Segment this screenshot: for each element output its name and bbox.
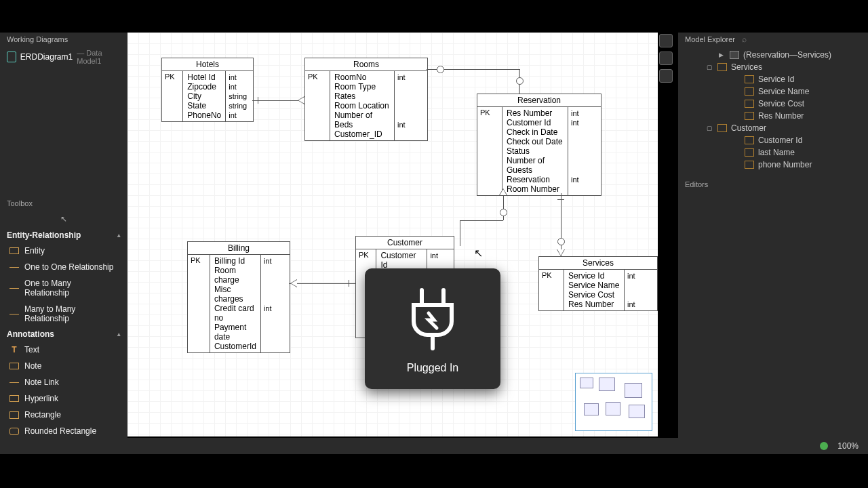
mouse-cursor: ↖ xyxy=(474,247,483,260)
grid-icon[interactable] xyxy=(659,69,673,83)
node-icon xyxy=(745,148,754,157)
node-label: Service Cost xyxy=(758,99,804,108)
entity-types: intintstringstringint xyxy=(226,71,253,121)
diagram-file-item[interactable]: ERDDiagram1 — Data Model1 xyxy=(0,46,127,68)
pointer-tool[interactable]: ↖ xyxy=(0,210,127,228)
node-label: Customer xyxy=(731,123,766,133)
tree-node[interactable]: ▶ (Reservation—Services) xyxy=(678,49,868,61)
status-ok-icon xyxy=(820,442,828,450)
crowsfoot-icon xyxy=(290,279,297,287)
node-label: Res Number xyxy=(758,111,804,121)
node-label: Service Name xyxy=(758,87,809,96)
optional-icon xyxy=(437,66,444,73)
tool-note-link[interactable]: Note Link xyxy=(0,374,127,390)
anno-section-header[interactable]: Annotations▴ xyxy=(0,327,127,342)
tool-note[interactable]: Note xyxy=(0,358,127,374)
working-diagrams-header: Working Diagrams xyxy=(0,33,127,46)
file-model: — Data Model1 xyxy=(77,49,121,65)
minimap[interactable] xyxy=(575,373,652,431)
diagram-canvas[interactable]: Hotels PK Hotel IdZipcodeCityStatePhoneN… xyxy=(127,33,658,436)
right-panel: Model Explorer ⌕ ▶ (Reservation—Services… xyxy=(678,33,868,438)
tree-node[interactable]: phone Number xyxy=(678,159,868,171)
entity-services[interactable]: Services PK Service IdService NameServic… xyxy=(538,256,658,311)
tree-node[interactable]: last Name xyxy=(678,146,868,159)
node-icon xyxy=(745,136,754,144)
node-icon xyxy=(717,63,727,71)
node-icon xyxy=(745,100,754,108)
entity-rooms[interactable]: Rooms PK RoomNoRoom TypeRatesRoom Locati… xyxy=(304,58,428,141)
erd-icon xyxy=(7,52,16,62)
model-explorer-header: Model Explorer xyxy=(685,35,735,43)
node-label: (Reservation—Services) xyxy=(743,50,831,60)
rel-reservation-services xyxy=(561,193,561,256)
node-icon xyxy=(745,87,754,96)
node-icon xyxy=(730,51,739,59)
node-label: Service Id xyxy=(758,75,794,84)
search-icon[interactable]: ⌕ xyxy=(742,35,747,44)
plug-icon xyxy=(401,286,464,351)
tool-one-to-many[interactable]: One to Many Relationship xyxy=(0,275,127,301)
tree-node[interactable]: Service Name xyxy=(678,85,868,98)
tree-node[interactable]: Service Id xyxy=(678,73,868,85)
node-label: Customer Id xyxy=(758,136,802,145)
tool-rounded-rectangle[interactable]: Rounded Rectangle xyxy=(0,423,127,439)
tool-text[interactable]: TText xyxy=(0,342,127,358)
toast-label: Plugged In xyxy=(365,351,500,389)
file-name: ERDDiagram1 xyxy=(20,52,73,62)
node-label: Services xyxy=(731,62,762,72)
toolbox-panel: Toolbox ↖ Entity-Relationship▴ Entity On… xyxy=(0,197,127,439)
entity-reservation[interactable]: Reservation PK Res NumberCustomer IdChec… xyxy=(477,94,601,196)
canvas-tools-strip xyxy=(659,33,675,83)
rel-billing-customer xyxy=(289,283,355,284)
tree-node[interactable]: Res Number xyxy=(678,110,868,122)
plugged-in-toast: Plugged In xyxy=(365,268,500,389)
collapse-icon: ▴ xyxy=(117,232,121,239)
entity-billing[interactable]: Billing PK Billing IdRoom chargeMisc cha… xyxy=(187,241,290,353)
tree-node[interactable]: ▢ Customer xyxy=(678,122,868,134)
explorer-tree: ▶ (Reservation—Services) ▢ Services Serv… xyxy=(678,46,868,174)
tool-many-to-many[interactable]: Many to Many Relationship xyxy=(0,301,127,327)
crosshair-icon[interactable] xyxy=(659,52,673,65)
entity-columns: Hotel IdZipcodeCityStatePhoneNo xyxy=(183,71,226,121)
crowsfoot-icon xyxy=(499,188,507,195)
caret-icon: ▶ xyxy=(719,52,726,58)
node-label: phone Number xyxy=(758,160,812,169)
node-icon xyxy=(717,124,727,132)
node-icon xyxy=(745,112,754,120)
collapse-icon: ▴ xyxy=(117,331,121,338)
crowsfoot-icon xyxy=(557,249,565,256)
entity-hotels[interactable]: Hotels PK Hotel IdZipcodeCityStatePhoneN… xyxy=(161,58,254,122)
rel-reservation-customer xyxy=(503,193,504,220)
node-label: last Name xyxy=(758,148,795,157)
tool-hyperlink[interactable]: Hyperlink xyxy=(0,390,127,407)
tree-node[interactable]: Service Cost xyxy=(678,98,868,110)
caret-icon: ▢ xyxy=(707,125,713,131)
home-icon[interactable] xyxy=(659,34,673,47)
status-bar: 100% xyxy=(0,438,868,454)
left-panel: Working Diagrams ERDDiagram1 — Data Mode… xyxy=(0,33,127,438)
er-section-header[interactable]: Entity-Relationship▴ xyxy=(0,228,127,243)
tree-node[interactable]: ▢ Services xyxy=(678,61,868,73)
tree-node[interactable]: Customer Id xyxy=(678,134,868,146)
editors-header: Editors xyxy=(678,178,868,191)
zoom-level[interactable]: 100% xyxy=(837,441,859,451)
node-icon xyxy=(745,161,754,169)
rel-hotels-rooms xyxy=(252,100,304,101)
optional-icon xyxy=(516,77,524,85)
tool-entity[interactable]: Entity xyxy=(0,243,127,259)
node-icon xyxy=(745,75,754,83)
tool-rectangle[interactable]: Rectangle xyxy=(0,407,127,423)
caret-icon: ▢ xyxy=(707,64,713,70)
toolbox-header: Toolbox xyxy=(0,197,127,210)
crowsfoot-icon xyxy=(298,96,304,104)
tool-one-to-one[interactable]: One to One Relationship xyxy=(0,259,127,275)
